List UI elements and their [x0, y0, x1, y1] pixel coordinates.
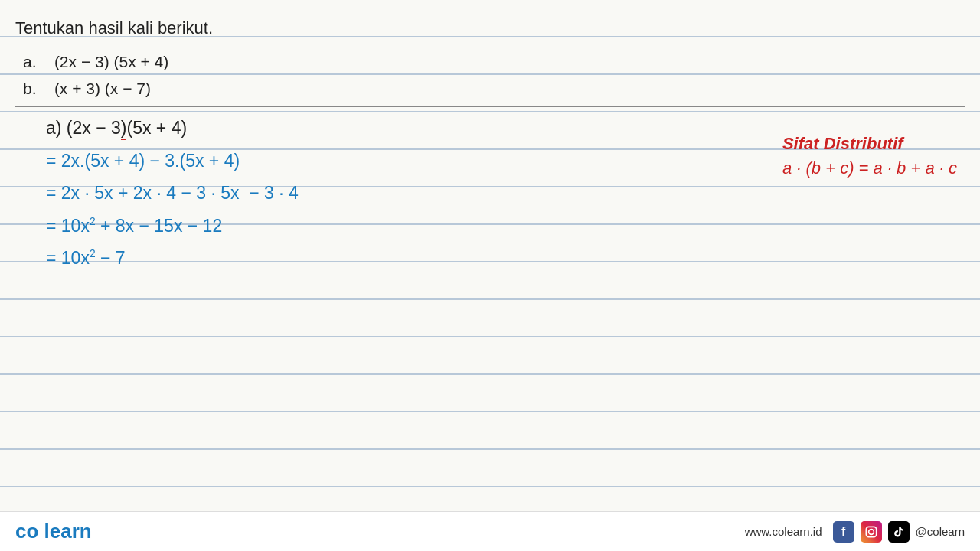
question-title: Tentukan hasil kali berikut. — [15, 17, 965, 41]
part-a-open: ( — [67, 118, 73, 138]
solution-step-2: = 2x · 5x + 2x · 4 − 3 · 5x − 3 · 4 — [46, 177, 965, 210]
label-a: a. — [23, 53, 50, 70]
svg-point-1 — [868, 529, 874, 534]
footer-logo: co learn — [15, 520, 92, 543]
tiktok-icon — [888, 521, 910, 543]
part-a-letter: a) — [46, 118, 67, 138]
expression-b: (x + 3) (x − 7) — [54, 80, 151, 97]
footer-handle: @colearn — [916, 525, 965, 538]
question-item-a: a. (2x − 3) (5x + 4) — [23, 48, 965, 76]
svg-rect-0 — [866, 527, 876, 536]
question-item-b: b. (x + 3) (x − 7) — [23, 75, 965, 103]
side-note-title: Sifat Distributif — [782, 134, 957, 154]
side-note-formula: a · (b + c) = a · b + a · c — [782, 158, 957, 178]
svg-point-2 — [874, 528, 874, 529]
part-a-second: (5x + 4) — [126, 118, 187, 138]
footer-right: www.colearn.id f @colearn — [745, 521, 965, 543]
side-note: Sifat Distributif a · (b + c) = a · b + … — [782, 134, 957, 178]
label-b: b. — [23, 80, 50, 97]
facebook-icon: f — [833, 521, 854, 543]
solution-step-3: = 10x2 + 8x − 15x − 12 — [46, 210, 965, 243]
footer-icons: f @colearn — [833, 521, 965, 543]
expression-a: (2x − 3) (5x + 4) — [54, 53, 168, 70]
part-a-2x: 2x − 3 — [73, 118, 121, 138]
divider — [15, 106, 965, 107]
instagram-icon — [861, 521, 882, 543]
footer: co learn www.colearn.id f @colear — [0, 511, 980, 551]
notebook-page: Tentukan hasil kali berikut. a. (2x − 3)… — [0, 0, 980, 551]
solution-step-4: = 10x2 − 7 — [46, 242, 965, 275]
footer-url: www.colearn.id — [745, 525, 822, 538]
